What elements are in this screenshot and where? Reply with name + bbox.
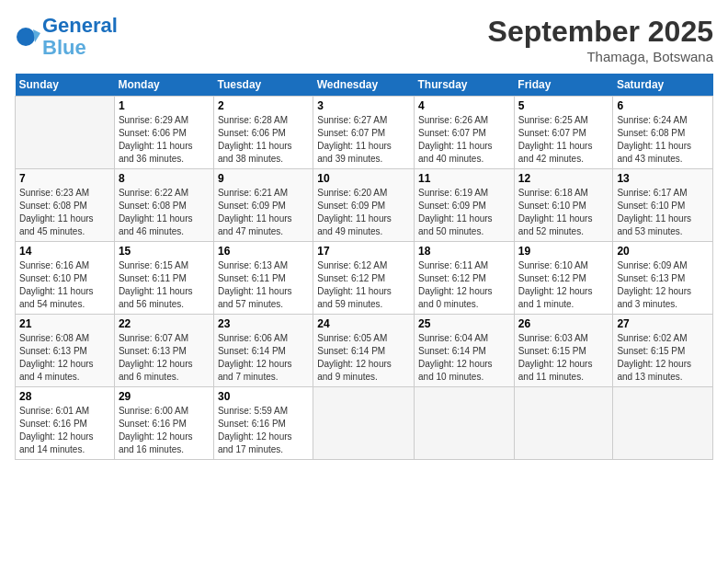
day-info: Sunrise: 6:01 AM Sunset: 6:16 PM Dayligh… xyxy=(19,405,110,456)
day-number: 21 xyxy=(19,317,110,330)
day-info: Sunrise: 6:15 AM Sunset: 6:11 PM Dayligh… xyxy=(119,259,210,311)
day-info: Sunrise: 6:02 AM Sunset: 6:15 PM Dayligh… xyxy=(617,332,709,384)
day-number: 29 xyxy=(119,390,210,403)
day-info: Sunrise: 6:08 AM Sunset: 6:13 PM Dayligh… xyxy=(19,332,110,384)
day-info: Sunrise: 6:04 AM Sunset: 6:14 PM Dayligh… xyxy=(418,332,510,384)
svg-point-0 xyxy=(17,28,35,46)
calendar-cell: 8Sunrise: 6:22 AM Sunset: 6:08 PM Daylig… xyxy=(114,169,213,242)
location: Thamaga, Botswana xyxy=(488,49,713,64)
day-info: Sunrise: 6:25 AM Sunset: 6:07 PM Dayligh… xyxy=(518,114,609,166)
day-info: Sunrise: 6:05 AM Sunset: 6:14 PM Dayligh… xyxy=(317,332,410,384)
calendar-cell: 1Sunrise: 6:29 AM Sunset: 6:06 PM Daylig… xyxy=(114,97,213,169)
calendar-cell: 12Sunrise: 6:18 AM Sunset: 6:10 PM Dayli… xyxy=(514,169,613,242)
day-header-wednesday: Wednesday xyxy=(313,74,415,97)
day-number: 19 xyxy=(518,245,609,258)
day-number: 8 xyxy=(119,172,210,185)
calendar-cell: 15Sunrise: 6:15 AM Sunset: 6:11 PM Dayli… xyxy=(114,242,213,315)
day-info: Sunrise: 6:16 AM Sunset: 6:10 PM Dayligh… xyxy=(19,259,110,311)
day-header-sunday: Sunday xyxy=(16,74,115,97)
day-number: 7 xyxy=(19,172,110,185)
day-number: 14 xyxy=(19,245,110,258)
title-block: September 2025 Thamaga, Botswana xyxy=(488,15,713,64)
day-info: Sunrise: 6:09 AM Sunset: 6:13 PM Dayligh… xyxy=(617,259,709,311)
day-info: Sunrise: 6:00 AM Sunset: 6:16 PM Dayligh… xyxy=(119,405,210,456)
calendar-cell: 18Sunrise: 6:11 AM Sunset: 6:12 PM Dayli… xyxy=(415,242,515,315)
calendar-cell: 10Sunrise: 6:20 AM Sunset: 6:09 PM Dayli… xyxy=(313,169,415,242)
calendar-cell: 19Sunrise: 6:10 AM Sunset: 6:12 PM Dayli… xyxy=(514,242,613,315)
day-info: Sunrise: 6:26 AM Sunset: 6:07 PM Dayligh… xyxy=(418,114,510,166)
calendar-cell: 17Sunrise: 6:12 AM Sunset: 6:12 PM Dayli… xyxy=(313,242,415,315)
day-number: 30 xyxy=(218,390,309,403)
calendar-cell: 6Sunrise: 6:24 AM Sunset: 6:08 PM Daylig… xyxy=(613,97,713,169)
week-row-5: 28Sunrise: 6:01 AM Sunset: 6:16 PM Dayli… xyxy=(16,387,713,460)
day-info: Sunrise: 6:13 AM Sunset: 6:11 PM Dayligh… xyxy=(218,259,309,311)
calendar-cell xyxy=(16,97,115,169)
day-number: 24 xyxy=(317,317,410,330)
calendar-table: SundayMondayTuesdayWednesdayThursdayFrid… xyxy=(15,74,713,460)
day-info: Sunrise: 6:17 AM Sunset: 6:10 PM Dayligh… xyxy=(617,187,709,238)
day-info: Sunrise: 6:11 AM Sunset: 6:12 PM Dayligh… xyxy=(418,259,510,311)
day-number: 9 xyxy=(218,172,309,185)
day-info: Sunrise: 6:06 AM Sunset: 6:14 PM Dayligh… xyxy=(218,332,309,384)
calendar-cell xyxy=(613,387,713,460)
day-number: 25 xyxy=(418,317,510,330)
day-header-friday: Friday xyxy=(514,74,613,97)
calendar-cell: 2Sunrise: 6:28 AM Sunset: 6:06 PM Daylig… xyxy=(213,97,313,169)
calendar-cell: 21Sunrise: 6:08 AM Sunset: 6:13 PM Dayli… xyxy=(16,315,115,387)
day-info: Sunrise: 5:59 AM Sunset: 6:16 PM Dayligh… xyxy=(218,405,309,456)
day-info: Sunrise: 6:29 AM Sunset: 6:06 PM Dayligh… xyxy=(119,114,210,166)
day-info: Sunrise: 6:18 AM Sunset: 6:10 PM Dayligh… xyxy=(518,187,609,238)
logo-icon xyxy=(15,24,40,50)
calendar-cell: 3Sunrise: 6:27 AM Sunset: 6:07 PM Daylig… xyxy=(313,97,415,169)
calendar-cell: 4Sunrise: 6:26 AM Sunset: 6:07 PM Daylig… xyxy=(415,97,515,169)
day-number: 11 xyxy=(418,172,510,185)
day-number: 26 xyxy=(518,317,609,330)
calendar-cell: 9Sunrise: 6:21 AM Sunset: 6:09 PM Daylig… xyxy=(213,169,313,242)
day-number: 10 xyxy=(317,172,410,185)
day-info: Sunrise: 6:20 AM Sunset: 6:09 PM Dayligh… xyxy=(317,187,410,238)
day-info: Sunrise: 6:10 AM Sunset: 6:12 PM Dayligh… xyxy=(518,259,609,311)
day-info: Sunrise: 6:27 AM Sunset: 6:07 PM Dayligh… xyxy=(317,114,410,166)
calendar-cell: 30Sunrise: 5:59 AM Sunset: 6:16 PM Dayli… xyxy=(213,387,313,460)
day-info: Sunrise: 6:21 AM Sunset: 6:09 PM Dayligh… xyxy=(218,187,309,238)
day-number: 1 xyxy=(119,99,210,112)
calendar-cell: 22Sunrise: 6:07 AM Sunset: 6:13 PM Dayli… xyxy=(114,315,213,387)
day-number: 5 xyxy=(518,99,609,112)
day-number: 15 xyxy=(119,245,210,258)
calendar-cell: 5Sunrise: 6:25 AM Sunset: 6:07 PM Daylig… xyxy=(514,97,613,169)
day-number: 27 xyxy=(617,317,709,330)
day-info: Sunrise: 6:22 AM Sunset: 6:08 PM Dayligh… xyxy=(119,187,210,238)
calendar-cell: 23Sunrise: 6:06 AM Sunset: 6:14 PM Dayli… xyxy=(213,315,313,387)
calendar-header-row: SundayMondayTuesdayWednesdayThursdayFrid… xyxy=(16,74,713,97)
day-info: Sunrise: 6:12 AM Sunset: 6:12 PM Dayligh… xyxy=(317,259,410,311)
day-number: 18 xyxy=(418,245,510,258)
calendar-cell xyxy=(313,387,415,460)
week-row-1: 1Sunrise: 6:29 AM Sunset: 6:06 PM Daylig… xyxy=(16,97,713,169)
calendar-cell: 7Sunrise: 6:23 AM Sunset: 6:08 PM Daylig… xyxy=(16,169,115,242)
day-header-tuesday: Tuesday xyxy=(213,74,313,97)
day-number: 23 xyxy=(218,317,309,330)
day-info: Sunrise: 6:23 AM Sunset: 6:08 PM Dayligh… xyxy=(19,187,110,238)
day-number: 3 xyxy=(317,99,410,112)
day-number: 22 xyxy=(119,317,210,330)
calendar-cell: 13Sunrise: 6:17 AM Sunset: 6:10 PM Dayli… xyxy=(613,169,713,242)
calendar-cell: 25Sunrise: 6:04 AM Sunset: 6:14 PM Dayli… xyxy=(415,315,515,387)
month-title: September 2025 xyxy=(488,15,713,49)
day-info: Sunrise: 6:28 AM Sunset: 6:06 PM Dayligh… xyxy=(218,114,309,166)
day-number: 28 xyxy=(19,390,110,403)
day-info: Sunrise: 6:19 AM Sunset: 6:09 PM Dayligh… xyxy=(418,187,510,238)
day-number: 16 xyxy=(218,245,309,258)
day-number: 17 xyxy=(317,245,410,258)
calendar-cell: 11Sunrise: 6:19 AM Sunset: 6:09 PM Dayli… xyxy=(415,169,515,242)
calendar-cell: 20Sunrise: 6:09 AM Sunset: 6:13 PM Dayli… xyxy=(613,242,713,315)
calendar-cell: 24Sunrise: 6:05 AM Sunset: 6:14 PM Dayli… xyxy=(313,315,415,387)
calendar-cell: 16Sunrise: 6:13 AM Sunset: 6:11 PM Dayli… xyxy=(213,242,313,315)
day-number: 20 xyxy=(617,245,709,258)
day-header-monday: Monday xyxy=(114,74,213,97)
logo: General Blue xyxy=(15,15,118,59)
calendar-cell xyxy=(415,387,515,460)
day-number: 2 xyxy=(218,99,309,112)
day-number: 12 xyxy=(518,172,609,185)
day-number: 6 xyxy=(617,99,709,112)
day-info: Sunrise: 6:07 AM Sunset: 6:13 PM Dayligh… xyxy=(119,332,210,384)
